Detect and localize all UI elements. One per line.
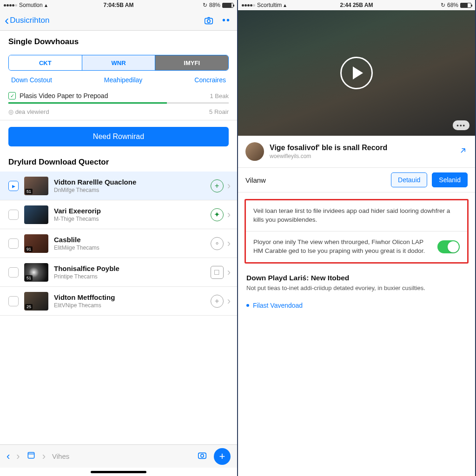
item-title: Vidton Rarellle Quaclone [54,178,208,186]
nav-bar: ‹ Dusicrihton •• [0,10,237,31]
signal-icon [4,4,17,7]
selanid-button[interactable]: Selanid [432,172,468,187]
filter-links: Down Costout Meahipedilay Concraires [0,74,237,89]
home-indicator [0,468,237,476]
link-concraires[interactable]: Concraires [194,76,226,84]
bookmark-icon[interactable] [26,450,36,463]
thumbnail: 51 [24,177,48,195]
plus-icon[interactable]: ✦ [211,208,224,221]
progress-sub-left: dea vlewierd [15,108,49,115]
play-icon[interactable] [340,57,373,89]
screen-left: Somutlon ▴ 7:04:5B AM ↻ 88% ‹ Dusicrihto… [0,0,238,476]
video-player[interactable]: ••• [238,10,475,136]
item-subtitle: Printipe Thecarns [54,273,208,280]
section-heading: Down Playd Lariś: New Itobed [238,268,475,284]
check-icon: ✓ [8,92,16,99]
info-icon[interactable]: ∘ [211,237,224,250]
toolbar-divider: › [42,450,46,463]
item-title: Casblile [54,236,208,244]
svg-point-4 [201,454,204,457]
link-label: Filast Vavendoad [253,302,303,309]
detauid-button[interactable]: Detauid [391,172,427,187]
checkbox[interactable] [8,296,19,306]
list-item[interactable]: 25 Vidton Metffocting ElitVNipe Thecams … [0,287,237,316]
item-subtitle: M-Thige Thecams [54,216,208,222]
battery-icon [222,3,233,8]
back-button[interactable]: ‹ Dusicrihton [5,14,49,27]
item-subtitle: ElitMiige Thecams [54,245,208,251]
status-bar: Scortultim ▴ 2:44 25B AM ↻ 68% [238,0,475,10]
add-button[interactable]: + [214,448,231,465]
battery-pct: 68% [447,2,458,8]
highlight-frame: Veil loan terae lirst to file irvidees a… [245,199,469,264]
toolbar-forward: › [16,450,20,463]
archive-icon[interactable]: ☐ [211,266,224,279]
clock: 2:44 25B AM [318,2,395,8]
thumbnail: 91 [24,234,48,253]
section-body: Not put tieas to-inet addi-criidup detat… [238,284,475,299]
queue-header: Drylurd Download Quector [0,153,237,172]
list-item[interactable]: ▸ 51 Vidton Rarellle Quaclone DnMifge Th… [0,172,237,200]
thumbnail [24,205,48,224]
primary-button[interactable]: Need Rownirad [8,127,229,146]
toggle-switch[interactable] [437,240,460,253]
plus-icon[interactable]: + [211,295,224,308]
progress-item: ✓ Plasis Video Paper to Prepoad 1 Beak ◎… [0,89,237,120]
avatar [245,142,264,161]
toolbar-hint: Vihes [52,452,69,460]
toolbar: ‹ › › Vihes + [0,444,237,468]
list-item[interactable]: Vari Exeerorip M-Thige Thecams ✦ › [0,200,237,229]
camera-icon[interactable] [197,450,207,463]
chevron-left-icon: ‹ [5,14,9,27]
chevron-right-icon: › [227,266,231,278]
chevron-right-icon: › [227,295,231,307]
share-icon[interactable] [458,146,468,158]
checkbox[interactable] [8,210,19,220]
svg-point-1 [207,20,210,22]
action-row: Vilanw Detauid Selanid [238,168,475,192]
plus-icon[interactable]: + [211,179,224,192]
seg-imyfi[interactable]: IMYFI [155,55,228,70]
section-link[interactable]: Filast Vavendoad [238,299,475,312]
signal-icon [242,4,255,7]
chevron-right-icon: › [227,238,231,250]
section-title: Single Dowvhoaus [8,37,229,46]
content: Single Dowvhoaus CKT WNR IMYFI Down Cost… [0,31,237,444]
back-label: Dusicrihton [10,16,49,25]
link-costout[interactable]: Down Costout [11,76,52,84]
item-subtitle: DnMifge Thecams [54,187,208,193]
seg-wnr[interactable]: WNR [82,55,156,70]
content: ••• Vige fosalivof' ble is snall Record … [238,10,475,476]
bullet-icon [246,304,249,307]
status-bar: Somutlon ▴ 7:04:5B AM ↻ 88% [0,0,237,10]
progress-label: Plasis Video Paper to Prepoad [20,92,108,99]
item-subtitle: ElitVNipe Thecams [54,302,208,309]
segmented-control: CKT WNR IMYFI [8,55,229,71]
camera-icon[interactable] [203,14,215,26]
progress-sub-right: 5 Roair [209,108,229,115]
toolbar-back[interactable]: ‹ [7,450,10,463]
thumbnail: 25 [24,292,48,311]
list-item[interactable]: 51 Thonisalfice Poyble Printipe Thecarns… [0,258,237,287]
video-title: Vige fosalivof' ble is snall Record [270,144,453,152]
video-site: woewifleyils.com [270,153,453,159]
download-list: ▸ 51 Vidton Rarellle Quaclone DnMifge Th… [0,172,237,316]
item-title: Thonisalfice Poyble [54,264,208,272]
progress-right: 1 Beak [210,93,229,99]
list-item[interactable]: 91 Casblile ElitMiige Thecams ∘ › [0,229,237,258]
battery-icon [460,3,471,8]
checkbox[interactable]: ▸ [8,181,19,191]
chevron-right-icon: › [227,180,231,192]
video-options-icon[interactable]: ••• [453,120,469,130]
seg-ckt[interactable]: CKT [9,55,82,70]
action-label: Vilanw [245,176,386,184]
wifi-icon: ▴ [45,2,47,8]
checkbox[interactable] [8,267,19,278]
battery-pct: 88% [209,2,220,8]
more-icon[interactable]: •• [220,14,232,26]
video-meta: Vige fosalivof' ble is snall Record woew… [238,136,475,168]
checkbox[interactable] [8,238,19,249]
svg-rect-2 [28,452,34,458]
link-meahipedilay[interactable]: Meahipedilay [104,76,143,84]
clock: 7:04:5B AM [80,2,157,8]
